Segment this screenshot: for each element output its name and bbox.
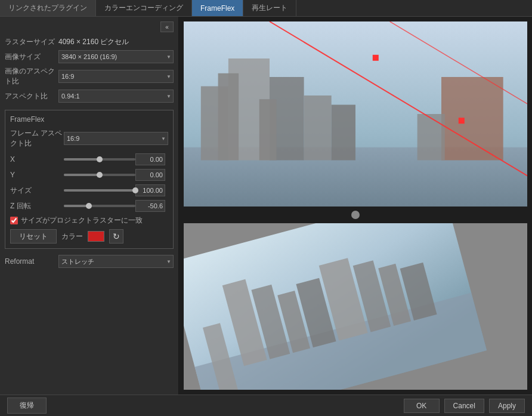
frameflex-group: FrameFlex フレーム アスペクト比 16:9 X 0.00 bbox=[5, 110, 174, 249]
frame-aspect-label: フレーム アスペクト比 bbox=[10, 128, 64, 149]
aspect-ratio-label: アスペクト比 bbox=[5, 90, 58, 103]
tab-bar: リンクされたプラグイン カラーエンコーディング FrameFlex 再生レート bbox=[0, 0, 532, 17]
image-aspect-select-container: 16:9 bbox=[58, 70, 174, 83]
divider-handle[interactable] bbox=[351, 211, 360, 219]
frameflex-group-title: FrameFlex bbox=[10, 115, 168, 124]
main-layout: « ラスターサイズ 4096 × 2160 ピクセル 画像サイズ 3840 × … bbox=[0, 17, 532, 395]
z-rotate-slider-thumb[interactable] bbox=[86, 203, 92, 209]
reset-button[interactable]: リセット bbox=[10, 229, 57, 244]
right-panel bbox=[179, 17, 532, 395]
z-rotate-slider[interactable] bbox=[64, 205, 135, 207]
aspect-ratio-select-container: 0.94:1 bbox=[58, 90, 174, 103]
svg-rect-9 bbox=[441, 77, 503, 161]
image-size-select[interactable]: 3840 × 2160 (16:9) bbox=[58, 50, 174, 63]
x-slider[interactable] bbox=[64, 158, 135, 161]
x-slider-thumb[interactable] bbox=[97, 156, 103, 162]
svg-rect-4 bbox=[218, 73, 239, 161]
aspect-ratio-select[interactable]: 0.94:1 bbox=[58, 90, 174, 103]
y-value[interactable]: 0.00 bbox=[135, 169, 165, 181]
raster-size-value: 4096 × 2160 ピクセル bbox=[58, 37, 174, 47]
reformat-select[interactable]: ストレッチ bbox=[58, 255, 174, 268]
collapse-btn-container: « bbox=[5, 21, 174, 32]
y-slider-thumb[interactable] bbox=[97, 172, 103, 178]
image-size-label: 画像サイズ bbox=[5, 50, 58, 63]
checkbox-row: サイズがプロジェクトラスターに一致 bbox=[10, 215, 168, 226]
color-swatch[interactable] bbox=[88, 231, 104, 242]
restore-button[interactable]: 復帰 bbox=[7, 397, 47, 414]
y-slider-fill bbox=[64, 174, 100, 176]
frame-aspect-row: フレーム アスペクト比 16:9 bbox=[10, 128, 168, 149]
size-slider[interactable] bbox=[64, 189, 135, 192]
image-aspect-select[interactable]: 16:9 bbox=[58, 70, 174, 83]
apply-button[interactable]: Apply bbox=[489, 399, 525, 413]
svg-rect-13 bbox=[373, 55, 379, 61]
preview-bottom-svg bbox=[184, 223, 527, 390]
ok-button[interactable]: OK bbox=[404, 399, 440, 413]
param-grid: X 0.00 Y 0.00 サイズ 10 bbox=[10, 153, 168, 212]
svg-rect-6 bbox=[259, 99, 277, 160]
size-label: サイズ bbox=[10, 186, 64, 196]
tab-linked-plugins[interactable]: リンクされたプラグイン bbox=[0, 0, 96, 16]
raster-size-label: ラスターサイズ bbox=[5, 37, 58, 47]
bottom-bar: 復帰 OK Cancel Apply bbox=[0, 395, 532, 416]
preview-top bbox=[184, 21, 527, 207]
size-value[interactable]: 100.00 bbox=[135, 184, 165, 196]
image-size-select-container: 3840 × 2160 (16:9) bbox=[58, 50, 174, 63]
svg-rect-14 bbox=[459, 118, 465, 124]
x-label: X bbox=[10, 155, 64, 164]
swap-button[interactable]: ↻ bbox=[109, 229, 123, 244]
color-label: カラー bbox=[61, 232, 83, 242]
svg-rect-8 bbox=[332, 105, 355, 161]
image-size-select-wrap: 3840 × 2160 (16:9) bbox=[58, 50, 174, 63]
collapse-button[interactable]: « bbox=[160, 21, 174, 32]
x-value[interactable]: 0.00 bbox=[135, 153, 165, 165]
svg-rect-7 bbox=[304, 95, 332, 161]
bottom-right: OK Cancel Apply bbox=[404, 399, 525, 413]
reformat-select-container: ストレッチ bbox=[58, 255, 174, 268]
tab-frameflex[interactable]: FrameFlex bbox=[192, 0, 243, 16]
size-slider-thumb[interactable] bbox=[132, 187, 138, 193]
checkbox-label: サイズがプロジェクトラスターに一致 bbox=[21, 215, 143, 226]
info-grid: ラスターサイズ 4096 × 2160 ピクセル 画像サイズ 3840 × 21… bbox=[5, 37, 174, 103]
size-slider-fill bbox=[64, 189, 135, 192]
reformat-label: Reformat bbox=[5, 257, 58, 266]
size-match-checkbox[interactable] bbox=[10, 217, 18, 224]
svg-rect-10 bbox=[417, 114, 445, 161]
cityscape-svg bbox=[184, 21, 527, 207]
button-row: リセット カラー ↻ bbox=[10, 229, 168, 244]
image-aspect-select-wrap: 16:9 bbox=[58, 66, 174, 87]
image-aspect-label: 画像のアスペクト比 bbox=[5, 66, 58, 87]
bottom-left: 復帰 bbox=[7, 397, 47, 414]
left-panel: « ラスターサイズ 4096 × 2160 ピクセル 画像サイズ 3840 × … bbox=[0, 17, 179, 395]
x-slider-fill bbox=[64, 158, 100, 161]
tab-color-encoding[interactable]: カラーエンコーディング bbox=[96, 0, 192, 16]
z-rotate-slider-fill bbox=[64, 205, 89, 207]
z-rotate-label: Z 回転 bbox=[10, 201, 64, 211]
y-slider[interactable] bbox=[64, 174, 135, 176]
y-label: Y bbox=[10, 171, 64, 179]
frame-aspect-select[interactable]: 16:9 bbox=[64, 132, 168, 145]
aspect-ratio-select-wrap: 0.94:1 bbox=[58, 90, 174, 103]
cancel-button[interactable]: Cancel bbox=[444, 399, 484, 413]
frame-aspect-select-container: 16:9 bbox=[64, 132, 168, 145]
z-rotate-value[interactable]: -50.6 bbox=[135, 200, 165, 212]
preview-bottom bbox=[184, 223, 527, 390]
reformat-row: Reformat ストレッチ bbox=[5, 255, 174, 268]
tab-playback-rate[interactable]: 再生レート bbox=[243, 0, 296, 16]
divider-slider[interactable] bbox=[184, 210, 527, 220]
